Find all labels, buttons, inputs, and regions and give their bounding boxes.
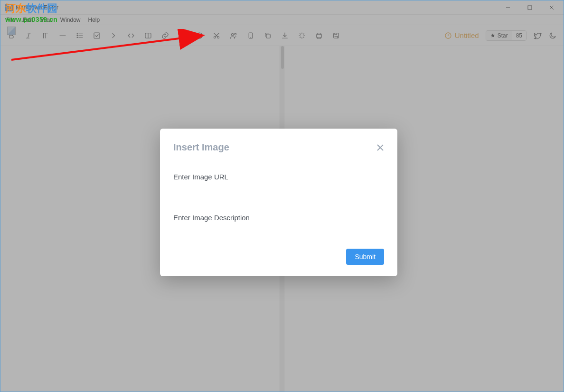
insert-image-modal: Insert Image Enter Image URL Enter Image… bbox=[160, 129, 397, 276]
modal-close-button[interactable] bbox=[376, 144, 384, 151]
app-window: Markdown Editor File Edit View Window He… bbox=[0, 0, 564, 392]
modal-title: Insert Image bbox=[173, 142, 229, 153]
close-icon bbox=[376, 144, 384, 151]
submit-button[interactable]: Submit bbox=[346, 249, 384, 265]
image-url-input[interactable]: Enter Image URL bbox=[173, 167, 384, 187]
image-description-input[interactable]: Enter Image Description bbox=[173, 208, 384, 228]
